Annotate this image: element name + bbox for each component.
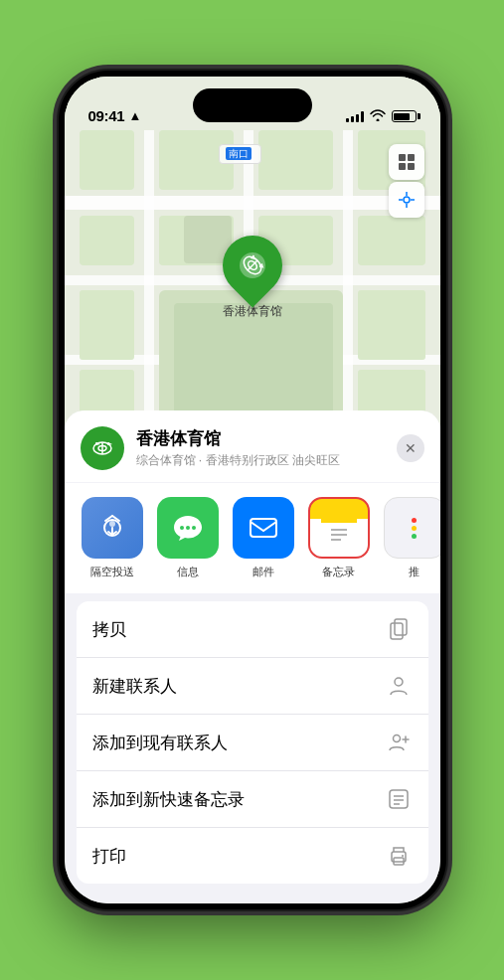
- dot-green: [412, 534, 417, 539]
- svg-rect-34: [399, 154, 406, 161]
- airdrop-label: 隔空投送: [90, 565, 134, 579]
- messages-label: 信息: [177, 565, 199, 579]
- dot-red: [412, 518, 417, 523]
- svg-rect-60: [395, 619, 407, 635]
- action-copy-label: 拷贝: [92, 618, 126, 641]
- svg-rect-61: [391, 623, 403, 639]
- share-row: 隔空投送 信息: [65, 483, 440, 593]
- note-icon: [385, 785, 413, 813]
- venue-card-name: 香港体育馆: [136, 427, 340, 450]
- svg-rect-9: [258, 130, 333, 190]
- venue-icon: [230, 243, 274, 287]
- dynamic-island: [193, 88, 312, 122]
- wifi-icon: [370, 108, 386, 124]
- map-label-badge: 南口: [226, 147, 252, 160]
- action-print-label: 打印: [92, 845, 126, 868]
- close-button[interactable]: ✕: [397, 434, 424, 462]
- more-icon: [384, 497, 440, 559]
- venue-card-sub: 综合体育馆 · 香港特别行政区 油尖旺区: [136, 452, 340, 469]
- share-item-airdrop[interactable]: 隔空投送: [81, 497, 144, 579]
- action-add-note-label: 添加到新快速备忘录: [92, 788, 245, 811]
- phone-screen: 09:41 ▲: [65, 77, 440, 903]
- status-time: 09:41: [88, 107, 125, 124]
- svg-rect-36: [399, 163, 406, 170]
- venue-pin-inner: [237, 249, 268, 281]
- action-copy[interactable]: 拷贝: [77, 601, 428, 658]
- mail-icon: [233, 497, 294, 559]
- map-type-button[interactable]: [389, 144, 424, 180]
- svg-point-38: [404, 197, 410, 203]
- svg-rect-35: [408, 154, 415, 161]
- svg-point-54: [192, 526, 196, 530]
- svg-point-63: [393, 735, 400, 742]
- svg-point-53: [186, 526, 190, 530]
- venue-card-icon: [81, 426, 124, 470]
- svg-rect-11: [80, 216, 134, 265]
- share-item-messages[interactable]: 信息: [156, 497, 220, 579]
- svg-point-52: [180, 526, 184, 530]
- more-label: 推: [409, 565, 420, 579]
- venue-card-info: 香港体育馆 综合体育馆 · 香港特别行政区 油尖旺区: [136, 427, 340, 469]
- svg-rect-66: [390, 790, 408, 808]
- bottom-sheet: 香港体育馆 综合体育馆 · 香港特别行政区 油尖旺区 ✕: [65, 410, 440, 903]
- print-icon: [385, 842, 413, 870]
- messages-icon: [157, 497, 219, 559]
- signal-bar-2: [351, 116, 354, 122]
- battery-icon: [392, 110, 417, 122]
- action-new-contact[interactable]: 新建联系人: [77, 658, 428, 715]
- location-button[interactable]: [389, 182, 424, 218]
- svg-rect-18: [80, 290, 134, 360]
- status-icons: [346, 108, 417, 124]
- action-add-contact[interactable]: 添加到现有联系人: [77, 715, 428, 771]
- venue-card-left: 香港体育馆 综合体育馆 · 香港特别行政区 油尖旺区: [81, 426, 340, 470]
- person-add-icon: [385, 729, 413, 756]
- svg-rect-55: [251, 519, 276, 537]
- svg-point-72: [402, 855, 404, 857]
- notes-icon: [308, 497, 370, 559]
- share-item-notes[interactable]: 备忘录: [307, 497, 371, 579]
- more-dots: [412, 518, 417, 539]
- action-list: 拷贝 新建联系人: [77, 601, 428, 884]
- map-label: 南口: [219, 144, 261, 164]
- map-buttons: [389, 144, 424, 218]
- airdrop-icon: [82, 497, 143, 559]
- signal-bar-4: [361, 111, 364, 122]
- action-add-note[interactable]: 添加到新快速备忘录: [77, 771, 428, 828]
- svg-rect-19: [358, 290, 425, 360]
- dot-yellow: [412, 526, 417, 531]
- svg-rect-15: [358, 216, 425, 265]
- signal-bar-3: [356, 114, 359, 122]
- copy-icon: [385, 615, 413, 643]
- venue-pin: [210, 224, 294, 308]
- signal-bar-1: [346, 118, 349, 122]
- svg-rect-56: [321, 510, 357, 523]
- person-icon: [385, 672, 413, 700]
- svg-rect-37: [408, 163, 415, 170]
- action-add-contact-label: 添加到现有联系人: [92, 732, 228, 754]
- notes-label: 备忘录: [322, 565, 355, 579]
- share-item-more[interactable]: 推: [383, 497, 440, 579]
- svg-point-51: [109, 521, 115, 527]
- battery-fill: [394, 113, 410, 120]
- action-new-contact-label: 新建联系人: [92, 675, 177, 698]
- phone-frame: 09:41 ▲: [59, 71, 446, 909]
- action-print[interactable]: 打印: [77, 828, 428, 884]
- mail-label: 邮件: [252, 565, 274, 579]
- share-item-mail[interactable]: 邮件: [232, 497, 295, 579]
- venue-card: 香港体育馆 综合体育馆 · 香港特别行政区 油尖旺区 ✕: [65, 410, 440, 482]
- venue-marker: 香港体育馆: [223, 236, 282, 320]
- svg-point-62: [395, 678, 403, 686]
- svg-rect-7: [80, 130, 134, 190]
- signal-bars: [346, 110, 364, 122]
- location-icon: ▲: [128, 108, 141, 123]
